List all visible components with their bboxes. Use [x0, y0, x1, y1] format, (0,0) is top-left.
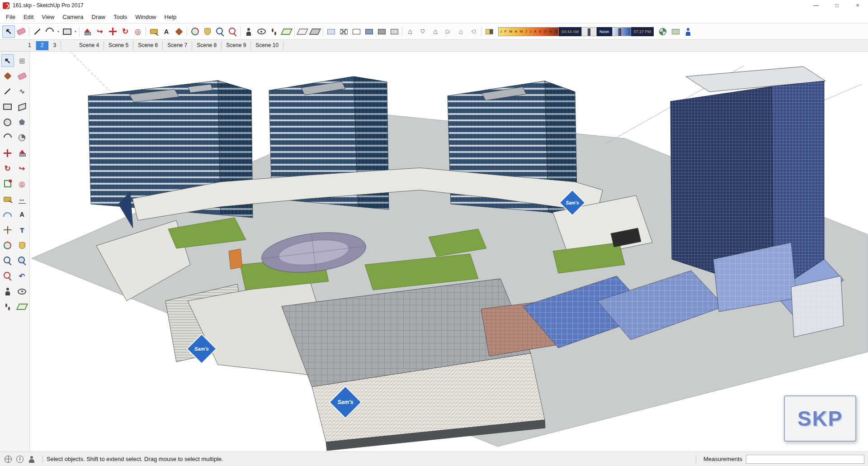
- axes-tool[interactable]: [1, 223, 14, 236]
- position-camera-icon[interactable]: [242, 25, 255, 38]
- look-around-tool[interactable]: [16, 285, 28, 298]
- left-view-icon[interactable]: [467, 25, 480, 38]
- look-around-icon[interactable]: [255, 25, 268, 38]
- arcs-menu-icon[interactable]: [43, 25, 56, 38]
- separator[interactable]: [293, 26, 296, 37]
- iso-view-icon[interactable]: [404, 25, 416, 38]
- scene-tab[interactable]: Scene 10: [251, 41, 283, 50]
- model-canvas[interactable]: Sam's Sam's Sam's: [30, 52, 868, 452]
- section-display-toggle-icon[interactable]: [296, 25, 309, 38]
- line-tool[interactable]: [1, 85, 14, 98]
- menu-item[interactable]: Tools: [109, 11, 131, 23]
- zoom-window-tool[interactable]: [16, 254, 28, 267]
- wireframe-style-icon[interactable]: [337, 25, 350, 38]
- move-tool[interactable]: [1, 147, 14, 159]
- get-location-icon[interactable]: [656, 25, 669, 38]
- previous-view-tool[interactable]: [16, 270, 28, 282]
- rotate-tool[interactable]: [1, 162, 14, 175]
- credits-info-icon[interactable]: [15, 455, 24, 464]
- eraser-tool[interactable]: [16, 70, 28, 82]
- shadow-time-slider[interactable]: [581, 27, 597, 36]
- model-viewport[interactable]: Sam's Sam's Sam's SKP: [30, 52, 868, 452]
- push-pull-tool[interactable]: [16, 147, 28, 159]
- eraser-icon[interactable]: [15, 25, 28, 38]
- toggle-terrain-icon[interactable]: [669, 25, 682, 38]
- front-view-icon[interactable]: [429, 25, 442, 38]
- shaded-style-icon[interactable]: [363, 25, 375, 38]
- rotated-rectangle-tool[interactable]: [16, 100, 28, 113]
- scene-tab[interactable]: 2: [36, 41, 49, 50]
- separator[interactable]: [28, 26, 31, 37]
- text-tool-icon[interactable]: [160, 25, 173, 38]
- paint-bucket-tool[interactable]: [1, 70, 14, 82]
- offset-tool[interactable]: [16, 177, 28, 190]
- arc-tool[interactable]: [1, 131, 14, 144]
- circle-tool[interactable]: [1, 116, 14, 128]
- separator[interactable]: [401, 26, 404, 37]
- pie-tool[interactable]: [16, 131, 28, 144]
- walk-tool[interactable]: [1, 300, 14, 313]
- shadow-date-slider[interactable]: JFMAMJJASOND: [498, 27, 559, 36]
- follow-me-tool[interactable]: [16, 162, 28, 175]
- zoom-extents-tool[interactable]: [1, 270, 14, 282]
- freehand-tool[interactable]: [16, 85, 28, 98]
- orbit-icon[interactable]: [189, 25, 201, 38]
- measurements-input[interactable]: [746, 455, 864, 464]
- separator[interactable]: [239, 26, 242, 37]
- separator[interactable]: [78, 26, 81, 37]
- tape-measure-icon[interactable]: [147, 25, 160, 38]
- scene-tab[interactable]: 1: [24, 41, 36, 50]
- paint-bucket-icon[interactable]: [173, 25, 185, 38]
- move-icon[interactable]: [106, 25, 119, 38]
- zoom-extents-icon[interactable]: [226, 25, 239, 38]
- right-view-icon[interactable]: [442, 25, 454, 38]
- make-component-tool[interactable]: [16, 54, 28, 67]
- offset-icon[interactable]: [132, 25, 144, 38]
- menu-item[interactable]: Camera: [58, 11, 87, 23]
- scene-tab[interactable]: Scene 6: [133, 41, 163, 50]
- separator[interactable]: [185, 26, 189, 37]
- photo-textures-icon[interactable]: [682, 25, 694, 38]
- text-tool[interactable]: [16, 208, 28, 221]
- follow-me-icon[interactable]: [94, 25, 106, 38]
- maximize-button[interactable]: □: [826, 0, 847, 11]
- line-tool-icon[interactable]: [31, 25, 43, 38]
- shadow-time-slider-late[interactable]: [612, 27, 631, 36]
- geolocation-icon[interactable]: [4, 455, 13, 464]
- xray-style-icon[interactable]: [325, 25, 337, 38]
- scene-tab[interactable]: Scene 8: [192, 41, 222, 50]
- back-view-icon[interactable]: [454, 25, 467, 38]
- rotate-icon[interactable]: [119, 25, 132, 38]
- minimize-button[interactable]: —: [806, 0, 826, 11]
- zoom-icon[interactable]: [214, 25, 226, 38]
- rectangle-tool[interactable]: [1, 100, 14, 113]
- shapes-menu-icon[interactable]: [61, 25, 73, 38]
- push-pull-icon[interactable]: [81, 25, 94, 38]
- shadows-toggle-icon[interactable]: [483, 25, 495, 38]
- shaded-textures-style-icon[interactable]: [375, 25, 388, 38]
- zoom-tool[interactable]: [1, 254, 14, 267]
- select-tool[interactable]: [1, 54, 14, 67]
- section-cut-toggle-icon[interactable]: [309, 25, 321, 38]
- pan-icon[interactable]: [201, 25, 214, 38]
- sign-in-icon[interactable]: [27, 455, 36, 464]
- scene-tab[interactable]: Scene 5: [104, 41, 133, 50]
- section-plane-icon[interactable]: [280, 25, 293, 38]
- scene-tab[interactable]: 3: [48, 41, 61, 50]
- menu-item[interactable]: View: [38, 11, 58, 23]
- scene-tab[interactable]: Scene 7: [163, 41, 192, 50]
- monochrome-style-icon[interactable]: [388, 25, 401, 38]
- walk-icon[interactable]: [268, 25, 280, 38]
- menu-item[interactable]: File: [2, 11, 19, 23]
- scene-tab[interactable]: Scene 4: [75, 41, 104, 50]
- scene-tab[interactable]: Scene 9: [222, 41, 251, 50]
- menu-item[interactable]: Draw: [88, 11, 109, 23]
- polygon-tool[interactable]: [16, 116, 28, 128]
- menu-item[interactable]: Help: [160, 11, 181, 23]
- separator[interactable]: [321, 26, 325, 37]
- top-view-icon[interactable]: [416, 25, 429, 38]
- protractor-tool[interactable]: [1, 208, 14, 221]
- menu-item[interactable]: Edit: [19, 11, 38, 23]
- arcs-dropdown-icon[interactable]: [56, 25, 61, 38]
- pan-tool[interactable]: [16, 239, 28, 252]
